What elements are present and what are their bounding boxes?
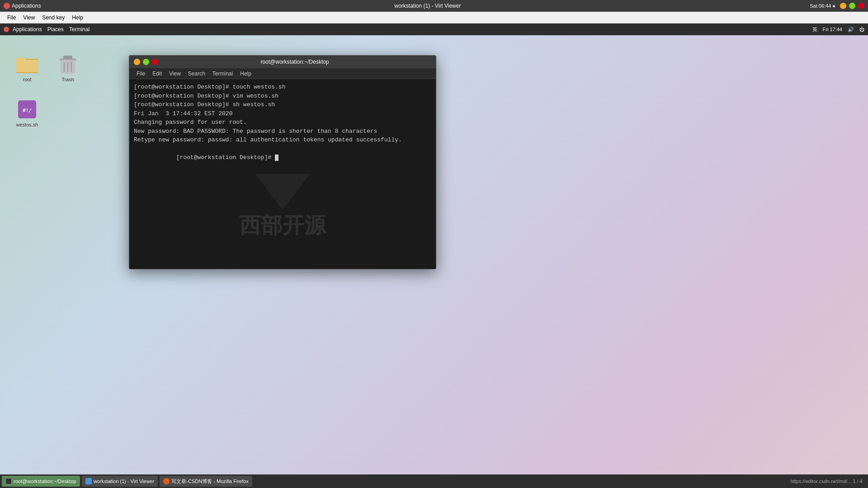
svg-rect-4 <box>63 56 72 59</box>
westos-sh-label: westos.sh <box>16 122 38 127</box>
inner-desktop: Applications Places Terminal 英 Fri 17:44… <box>0 23 868 488</box>
taskbar-terminal[interactable]: root@workstation:~/Desktop <box>2 476 80 487</box>
term-line-5: Changing password for user root. <box>134 118 431 127</box>
inner-terminal-label[interactable]: Terminal <box>69 26 90 33</box>
bottom-taskbar: root@workstation:~/Desktop workstation (… <box>0 474 868 488</box>
term-line-2: [root@workstation Desktop]# vim westos.s… <box>134 92 431 101</box>
window-controls <box>840 3 864 9</box>
inner-lang: 英 <box>812 26 817 33</box>
outer-apps-button[interactable]: Applications <box>4 3 41 9</box>
terminal-minimize[interactable] <box>134 59 140 65</box>
terminal-controls <box>134 59 158 65</box>
virt-menu-bar: File View Send key Help <box>0 12 868 23</box>
virt-menu-help[interactable]: Help <box>68 14 87 21</box>
minimize-button[interactable] <box>840 3 846 9</box>
term-line-3: [root@workstation Desktop]# sh westos.sh <box>134 100 431 109</box>
inner-apps-label[interactable]: Applications <box>13 26 42 33</box>
taskbar-firefox-label: 写文章-CSDN博客 - Mozilla Firefox <box>171 478 249 485</box>
taskbar-firefox[interactable]: 写文章-CSDN博客 - Mozilla Firefox <box>160 476 252 487</box>
outer-top-bar: Applications Applications workstation (1… <box>0 0 868 12</box>
inner-right-area: 英 Fri 17:44 🔊 ⏻ <box>812 26 864 33</box>
taskbar-virt-label: workstation (1) - Virt Viewer <box>94 479 155 484</box>
inner-apps-dot-icon <box>4 27 9 32</box>
watermark-triangle <box>255 174 310 210</box>
term-menu-search[interactable]: Search <box>184 70 209 77</box>
taskbar-terminal-label: root@workstation:~/Desktop <box>14 479 76 484</box>
terminal-titlebar: root@workstation:~/Desktop <box>129 56 436 68</box>
desktop-background: root Trash <box>0 47 868 474</box>
inner-power-icon: ⏻ <box>859 27 864 32</box>
apps-dot-icon <box>4 3 10 9</box>
taskbar-right-info: https://editor.csdn.net/md/... 1 / 4 <box>790 479 866 484</box>
outer-datetime: Sat 06:44 ● <box>810 3 835 9</box>
taskbar-terminal-icon <box>5 478 12 484</box>
term-line-7: Retype new password: passwd: all authent… <box>134 136 431 145</box>
taskbar-virt-icon <box>85 478 92 484</box>
folder-image <box>16 53 38 75</box>
term-menu-view[interactable]: View <box>165 70 184 77</box>
term-line-1: [root@workstation Desktop]# touch westos… <box>134 83 431 92</box>
terminal-cursor <box>275 155 278 161</box>
outer-right-area: Sat 06:44 ● <box>810 3 864 9</box>
term-menu-help[interactable]: Help <box>236 70 255 77</box>
inner-top-bar: Applications Places Terminal 英 Fri 17:44… <box>0 23 868 35</box>
terminal-title: root@workstation:~/Desktop <box>158 59 431 65</box>
taskbar-virt[interactable]: workstation (1) - Virt Viewer <box>82 476 158 487</box>
term-menu-file[interactable]: File <box>133 70 149 77</box>
term-line-4: Fri Jan 3 17:44:32 EST 2020 <box>134 109 431 118</box>
term-menu-edit[interactable]: Edit <box>149 70 165 77</box>
term-line-8: [root@workstation Desktop]# <box>134 145 431 171</box>
taskbar-firefox-icon <box>163 478 170 484</box>
script-image: #!/ <box>16 99 38 120</box>
term-menu-terminal[interactable]: Terminal <box>209 70 236 77</box>
terminal-content[interactable]: [root@workstation Desktop]# touch westos… <box>129 79 436 269</box>
root-folder-label: root <box>23 77 32 82</box>
terminal-close[interactable] <box>152 59 158 65</box>
virt-menu-file[interactable]: File <box>4 14 19 21</box>
outer-title: workstation (1) - Virt Viewer <box>46 3 810 9</box>
terminal-maximize[interactable] <box>143 59 149 65</box>
virt-menu-view[interactable]: View <box>19 14 38 21</box>
inner-sound-icon: 🔊 <box>848 27 854 33</box>
trash-label: Trash <box>61 77 74 82</box>
virt-menu-sendkey[interactable]: Send key <box>38 14 68 21</box>
trash-icon[interactable]: Trash <box>50 52 86 84</box>
watermark-text: 西部开源 <box>239 209 326 242</box>
inner-places-label[interactable]: Places <box>47 26 64 33</box>
maximize-button[interactable] <box>849 3 855 9</box>
inner-time: Fri 17:44 <box>823 27 842 32</box>
svg-text:#!/: #!/ <box>23 108 32 113</box>
terminal-window: root@workstation:~/Desktop File Edit Vie… <box>129 55 436 269</box>
term-line-6: New password: BAD PASSWORD: The password… <box>134 127 431 136</box>
westos-sh-icon[interactable]: #!/ westos.sh <box>9 97 45 129</box>
root-folder-icon[interactable]: root <box>9 52 45 84</box>
virt-viewer-window: Applications Applications workstation (1… <box>0 0 868 488</box>
inner-apps-button[interactable]: Applications <box>4 26 42 33</box>
terminal-menubar: File Edit View Search Terminal Help <box>129 68 436 79</box>
svg-rect-2 <box>16 60 38 72</box>
trash-image <box>57 53 79 75</box>
close-button[interactable] <box>858 3 864 9</box>
outer-apps-label[interactable]: Applications <box>12 3 41 9</box>
